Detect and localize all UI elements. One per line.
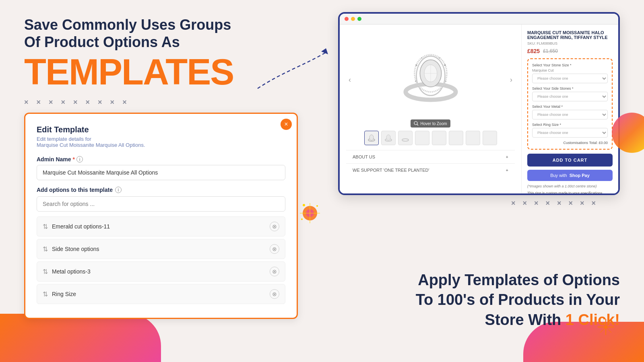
- remove-button-4[interactable]: ⊗: [270, 289, 279, 299]
- search-options-input[interactable]: [37, 196, 285, 212]
- option-item-3[interactable]: ⇅ Metal options-3 ⊗: [37, 261, 285, 282]
- option-item-4[interactable]: ⇅ Ring Size ⊗: [37, 284, 285, 304]
- admin-name-input[interactable]: [37, 165, 285, 180]
- option-item-1[interactable]: ⇅ Emerald cut options-11 ⊗: [37, 216, 285, 237]
- option-item-2[interactable]: ⇅ Side Stone options ⊗: [37, 239, 285, 259]
- right-panel: ‹: [338, 12, 620, 195]
- thumbnail-1[interactable]: [364, 131, 379, 145]
- drag-icon-2: ⇅: [43, 245, 48, 253]
- about-us-tab[interactable]: ABOUT US +: [346, 150, 515, 163]
- svg-point-20: [402, 139, 409, 141]
- metal-group: Select Your Metal * Please choose one: [532, 105, 608, 119]
- option-name-2: Side Stone options: [52, 246, 99, 252]
- side-stones-label: Select Your Side Stones *: [532, 86, 608, 90]
- one-tree-tab[interactable]: WE SUPPORT 'ONE TREE PLANTED' +: [346, 163, 515, 177]
- info-tabs: ABOUT US + WE SUPPORT 'ONE TREE PLANTED'…: [346, 150, 515, 177]
- card-title: Edit Template: [37, 125, 285, 134]
- sparkle-pink: [298, 201, 322, 227]
- hover-zoom-badge: Hover to Zoom: [411, 119, 450, 128]
- next-arrow[interactable]: ›: [508, 76, 515, 84]
- side-stones-group: Select Your Side Stones * Please choose …: [532, 86, 608, 101]
- required-star: *: [73, 156, 75, 162]
- edit-template-card: × Edit Template Edit template details fo…: [24, 113, 298, 319]
- svg-point-19: [386, 135, 390, 140]
- dashed-arrow: [250, 40, 330, 101]
- thumbnail-2[interactable]: [381, 131, 396, 145]
- svg-point-27: [301, 218, 303, 220]
- remove-button-1[interactable]: ⊗: [270, 222, 279, 231]
- metal-label: Select Your Metal *: [532, 105, 608, 109]
- apply-headline: Apply Templates of Options To 100's of P…: [346, 270, 620, 330]
- svg-point-9: [421, 57, 423, 59]
- bottom-text: Apply Templates of Options To 100's of P…: [346, 270, 620, 330]
- price-old: £1,650: [543, 48, 558, 54]
- product-sku: SKU: FLM089BUS: [527, 41, 613, 45]
- browser-content: ‹: [340, 25, 618, 193]
- stone-size-label: Select Your Stone Size *: [532, 63, 608, 67]
- add-to-cart-button[interactable]: ADD TO CART: [527, 154, 613, 167]
- product-note: (*Images shown with a 1.00ct centre ston…: [527, 184, 613, 188]
- svg-point-25: [303, 204, 305, 206]
- drag-icon-1: ⇅: [43, 223, 48, 230]
- close-button[interactable]: ×: [281, 119, 292, 130]
- stone-size-group: Select Your Stone Size * Marquise Cut Pl…: [532, 63, 608, 83]
- option-name-3: Metal options-3: [52, 268, 91, 275]
- thumbnail-4[interactable]: [415, 131, 429, 145]
- svg-point-8: [445, 80, 446, 82]
- browser-mockup: ‹: [338, 12, 620, 195]
- ring-image: [353, 41, 508, 114]
- option-name-1: Emerald cut options-11: [52, 223, 110, 230]
- svg-point-10: [439, 57, 440, 59]
- product-title: MARQUISE CUT MOISSANITE HALO ENGAGEMENT …: [527, 30, 613, 40]
- customizations-total: Customisations Total: £0.00: [532, 141, 608, 145]
- product-details-panel: MARQUISE CUT MOISSANITE HALO ENGAGEMENT …: [522, 25, 618, 193]
- drag-icon-3: ⇅: [43, 268, 48, 276]
- svg-point-5: [415, 64, 417, 66]
- prev-arrow[interactable]: ‹: [346, 76, 353, 84]
- admin-name-label: Admin Name * i: [37, 156, 285, 162]
- svg-point-17: [369, 135, 374, 140]
- product-image-panel: ‹: [340, 25, 522, 193]
- remove-button-2[interactable]: ⊗: [270, 244, 279, 254]
- options-dashed-box: Select Your Stone Size * Marquise Cut Pl…: [527, 58, 613, 150]
- browser-dot-green: [357, 17, 361, 21]
- stone-size-select[interactable]: Please choose one: [532, 74, 608, 83]
- side-stones-select[interactable]: Please choose one: [532, 92, 608, 101]
- shopify-pay-button[interactable]: Buy with Shop Pay: [527, 170, 613, 181]
- thumbnail-6[interactable]: [449, 131, 463, 145]
- bg-wave-left: [0, 314, 161, 362]
- browser-dot-red: [345, 17, 349, 21]
- drag-icon-4: ⇅: [43, 290, 48, 298]
- thumbnail-row: [364, 131, 497, 145]
- x-pattern-right: × × × × × × × ×: [511, 199, 596, 208]
- svg-point-26: [316, 205, 318, 207]
- svg-line-15: [417, 124, 418, 125]
- ring-size-group: Select Ring Size * Please choose one: [532, 123, 608, 138]
- price-new: £825: [527, 48, 540, 54]
- option-name-4: Ring Size: [52, 291, 76, 297]
- remove-button-3[interactable]: ⊗: [270, 267, 279, 276]
- ring-size-label: Select Ring Size *: [532, 123, 608, 127]
- product-desc-1: This ring is custom made to your specifi…: [527, 191, 613, 193]
- add-options-label: Add options to this template i: [37, 187, 285, 193]
- browser-dot-yellow: [351, 17, 355, 21]
- svg-point-14: [414, 121, 417, 125]
- price-row: £825 £1,650: [527, 48, 613, 54]
- card-subtitle: Edit template details for Marquise Cut M…: [37, 136, 285, 148]
- info-icon[interactable]: i: [76, 156, 83, 162]
- svg-point-32: [604, 325, 607, 329]
- ring-size-select[interactable]: Please choose one: [532, 128, 608, 138]
- browser-bar: [340, 14, 618, 25]
- sparkle-right: [598, 319, 614, 338]
- add-options-info-icon[interactable]: i: [115, 187, 122, 193]
- thumbnail-8[interactable]: [483, 131, 497, 145]
- thumbnail-3[interactable]: [398, 131, 413, 145]
- thumbnail-5[interactable]: [432, 131, 446, 145]
- svg-point-7: [415, 80, 416, 82]
- thumbnail-7[interactable]: [466, 131, 480, 145]
- svg-point-6: [444, 64, 446, 66]
- metal-select[interactable]: Please choose one: [532, 110, 608, 119]
